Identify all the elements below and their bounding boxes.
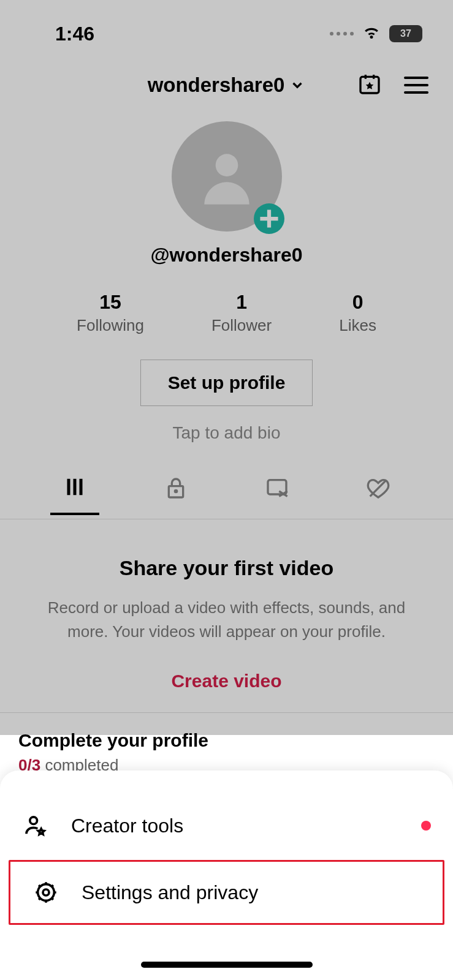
tab-repost[interactable] — [253, 469, 302, 514]
chevron-down-icon — [289, 77, 305, 93]
tab-grid[interactable] — [50, 467, 99, 515]
plus-icon — [254, 185, 284, 252]
svg-point-10 — [43, 889, 49, 895]
tab-liked[interactable] — [354, 469, 403, 514]
lock-icon — [164, 476, 188, 500]
stat-followers[interactable]: 1 Follower — [211, 291, 272, 335]
svg-point-8 — [30, 817, 37, 824]
notification-dot — [421, 821, 431, 831]
svg-point-9 — [38, 884, 55, 901]
svg-point-3 — [175, 490, 177, 492]
bio-prompt[interactable]: Tap to add bio — [0, 423, 453, 443]
empty-subtitle: Record or upload a video with effects, s… — [31, 596, 422, 644]
username-label: wondershare0 — [148, 74, 285, 97]
wifi-icon — [362, 23, 381, 44]
create-video-link[interactable]: Create video — [31, 671, 422, 692]
complete-profile-title: Complete your profile — [18, 730, 435, 751]
creator-tools-icon — [21, 813, 50, 838]
empty-title: Share your first video — [31, 556, 422, 580]
status-dots — [330, 32, 354, 36]
empty-state: Share your first video Record or upload … — [0, 556, 453, 692]
svg-rect-4 — [268, 480, 286, 494]
stat-following[interactable]: 15 Following — [77, 291, 144, 335]
sheet-item-label: Creator tools — [71, 815, 183, 837]
avatar-add-button[interactable] — [254, 203, 284, 234]
svg-point-1 — [215, 154, 238, 176]
grid-icon — [63, 475, 87, 499]
setup-profile-button[interactable]: Set up profile — [140, 360, 313, 406]
bottom-sheet: Creator tools Settings and privacy — [0, 771, 453, 980]
calendar-star-button[interactable] — [357, 72, 382, 99]
battery-indicator: 37 — [389, 25, 422, 42]
heart-off-icon — [366, 476, 390, 500]
repost-icon — [265, 476, 289, 500]
status-right: 37 — [330, 23, 422, 44]
settings-icon — [31, 880, 61, 905]
status-bar: 1:46 37 — [0, 0, 453, 55]
username-dropdown[interactable]: wondershare0 — [148, 74, 306, 97]
profile-header: wondershare0 — [0, 64, 453, 107]
sheet-item-label: Settings and privacy — [82, 881, 258, 904]
sheet-item-settings[interactable]: Settings and privacy — [10, 862, 443, 923]
stat-likes[interactable]: 0 Likes — [339, 291, 376, 335]
avatar[interactable] — [172, 121, 282, 232]
annotation-highlight: Settings and privacy — [9, 860, 444, 925]
profile-stats: 15 Following 1 Follower 0 Likes — [0, 291, 453, 335]
profile-tabs — [0, 467, 453, 519]
home-indicator[interactable] — [141, 962, 313, 968]
menu-button[interactable] — [404, 77, 428, 94]
tab-private[interactable] — [151, 469, 200, 514]
sheet-item-creator-tools[interactable]: Creator tools — [0, 795, 453, 856]
status-time: 1:46 — [55, 23, 94, 45]
